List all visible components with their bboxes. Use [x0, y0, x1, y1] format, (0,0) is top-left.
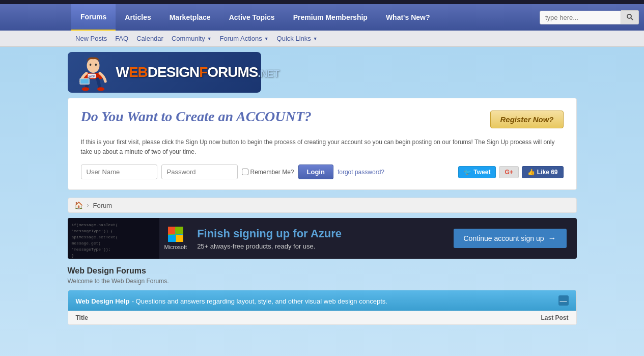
ms-logo-red: [168, 227, 175, 234]
subnav-faq[interactable]: FAQ: [111, 31, 132, 47]
nav-item-premium[interactable]: Premium Membership: [284, 4, 377, 31]
breadcrumb-home-icon[interactable]: 🏠: [74, 201, 83, 209]
forum-category: Web Design Help - Questions and answers …: [68, 290, 577, 325]
nav-item-active-topics[interactable]: Active Topics: [220, 4, 284, 31]
password-input[interactable]: [161, 165, 238, 179]
remember-me-checkbox[interactable]: [242, 169, 248, 175]
breadcrumb-separator: ›: [87, 202, 89, 209]
ad-code-line: 'messageType')) {: [72, 228, 155, 234]
microsoft-logo-icon: [168, 227, 183, 242]
subnav-new-posts[interactable]: New Posts: [71, 31, 111, 47]
ad-code-line: }: [72, 253, 155, 259]
facebook-like-button[interactable]: 👍 Like 69: [522, 166, 564, 178]
forgot-password-link[interactable]: forgot password?: [338, 169, 384, 176]
remember-me-label: Remember Me?: [250, 169, 294, 176]
main-nav: Forums Articles Marketplace Active Topic…: [0, 4, 644, 31]
nav-item-forums[interactable]: Forums: [71, 4, 116, 31]
svg-point-4: [95, 64, 97, 66]
category-title: Web Design Help - Questions and answers …: [76, 296, 387, 305]
logo-character: WDF: [75, 52, 111, 93]
ms-logo-green: [176, 227, 183, 234]
content-wrapper: WDF WEBDESIGNFORUMS.NET: [68, 47, 577, 325]
ad-subtitle: 25+ always-free products, ready for use.: [197, 242, 443, 250]
subnav-quick-links[interactable]: Quick Links ▼: [273, 31, 322, 47]
forum-actions-dropdown-arrow: ▼: [264, 36, 269, 41]
subnav-forum-actions[interactable]: Forum Actions ▼: [216, 31, 273, 47]
ad-code-line: 'messageType'));: [72, 247, 155, 253]
ad-microsoft-logo: Microsoft: [164, 227, 187, 250]
forum-section-title: Web Design Forums: [68, 266, 577, 276]
top-bar: [0, 0, 644, 4]
ad-code-line: apiMessage.setText(: [72, 234, 155, 240]
quick-links-dropdown-arrow: ▼: [313, 36, 318, 41]
logo-box: WDF WEBDESIGNFORUMS.NET: [68, 52, 261, 93]
column-header-title: Title: [76, 314, 467, 321]
nav-search-area: [540, 10, 639, 24]
svg-text:WDF: WDF: [89, 75, 95, 78]
remember-me-checkbox-area: Remember Me?: [242, 169, 294, 176]
microsoft-logo-text: Microsoft: [164, 244, 187, 250]
facebook-icon: 👍: [527, 169, 535, 176]
svg-line-1: [631, 18, 633, 20]
svg-point-2: [87, 58, 99, 72]
tweet-button[interactable]: 🐦 Tweet: [458, 166, 496, 178]
search-button[interactable]: [621, 10, 639, 24]
category-header: Web Design Help - Questions and answers …: [68, 290, 576, 311]
register-now-button[interactable]: Register Now?: [490, 111, 563, 128]
ad-title: Finish signing up for Azure: [197, 227, 443, 240]
ad-code-background: if(message.hasText( 'messageType')) { ap…: [68, 218, 159, 259]
register-title-area: Do You Want to Create an ACCOUNT?: [81, 108, 481, 130]
subnav-community[interactable]: Community ▼: [167, 31, 216, 47]
google-plus-button[interactable]: G+: [499, 166, 518, 178]
category-collapse-button[interactable]: —: [558, 295, 569, 306]
breadcrumb-current-page: Forum: [93, 202, 113, 209]
nav-item-marketplace[interactable]: Marketplace: [160, 4, 220, 31]
ms-logo-blue: [168, 235, 175, 242]
ad-cta-button[interactable]: Continue account sign up →: [454, 229, 567, 248]
ad-code-line: if(message.hasText(: [72, 222, 155, 228]
register-box: Do You Want to Create an ACCOUNT? Regist…: [68, 98, 577, 190]
login-row: Remember Me? Login forgot password? 🐦 Tw…: [81, 165, 564, 179]
svg-rect-10: [80, 79, 89, 84]
ad-cta-arrow-icon: →: [548, 234, 556, 243]
nav-item-articles[interactable]: Articles: [116, 4, 160, 31]
subnav-calendar[interactable]: Calendar: [132, 31, 167, 47]
forum-section: Web Design Forums Welcome to the Web Des…: [68, 266, 577, 325]
register-row: Do You Want to Create an ACCOUNT? Regist…: [81, 108, 564, 130]
svg-point-7: [81, 87, 89, 91]
breadcrumb: 🏠 › Forum: [68, 198, 577, 213]
logo-text: WEBDESIGNFORUMS.NET: [116, 64, 279, 80]
nav-item-whats-new[interactable]: What's New?: [377, 4, 439, 31]
svg-point-8: [97, 87, 104, 91]
sub-nav: New Posts FAQ Calendar Community ▼ Forum…: [0, 31, 644, 47]
ad-text-area: Finish signing up for Azure 25+ always-f…: [197, 227, 443, 250]
forum-section-subtitle: Welcome to the Web Design Forums.: [68, 278, 577, 285]
register-title: Do You Want to Create an ACCOUNT?: [81, 108, 481, 125]
google-plus-icon: G+: [505, 169, 513, 176]
logo-area: WDF WEBDESIGNFORUMS.NET: [68, 52, 577, 93]
register-description: If this is your first visit, please clic…: [81, 138, 564, 157]
column-header-lastpost: Last Post: [467, 314, 569, 321]
ms-logo-yellow: [176, 235, 183, 242]
login-button[interactable]: Login: [298, 165, 333, 179]
twitter-icon: 🐦: [464, 169, 471, 176]
svg-point-0: [627, 14, 631, 18]
social-row: 🐦 Tweet G+ 👍 Like 69: [458, 166, 563, 178]
category-table-header: Title Last Post: [68, 311, 576, 324]
username-input[interactable]: [81, 165, 157, 179]
ad-banner: if(message.hasText( 'messageType')) { ap…: [68, 218, 577, 259]
search-input[interactable]: [540, 11, 621, 24]
logo-text-area: WEBDESIGNFORUMS.NET: [116, 64, 279, 80]
community-dropdown-arrow: ▼: [207, 36, 212, 41]
svg-point-3: [89, 64, 91, 66]
ad-code-line: message.get(: [72, 240, 155, 247]
